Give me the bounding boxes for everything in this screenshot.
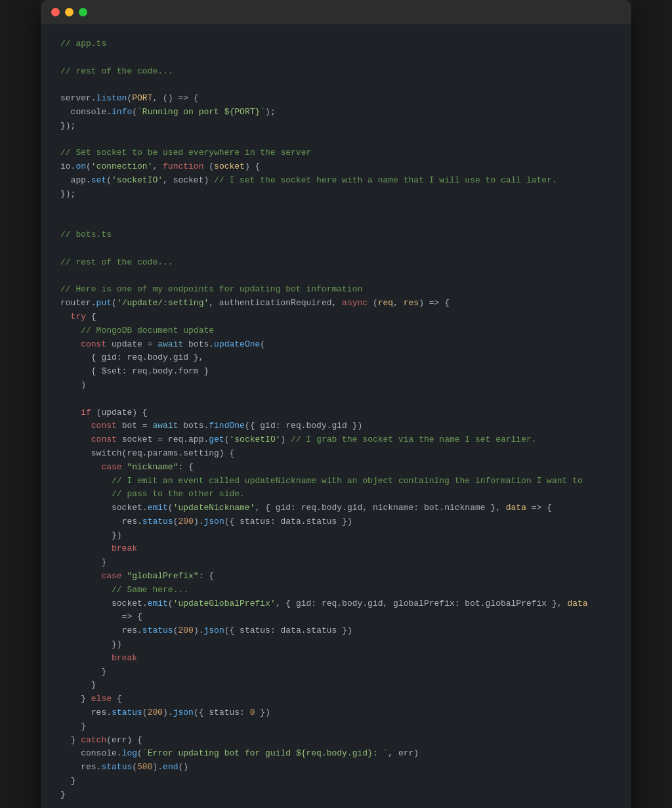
- code-editor-window: // app.ts // rest of the code... server.…: [41, 0, 631, 808]
- titlebar: [41, 0, 631, 24]
- minimize-button[interactable]: [65, 8, 74, 16]
- maximize-button[interactable]: [79, 8, 87, 16]
- close-button[interactable]: [51, 8, 60, 16]
- code-content: // app.ts // rest of the code... server.…: [41, 24, 631, 808]
